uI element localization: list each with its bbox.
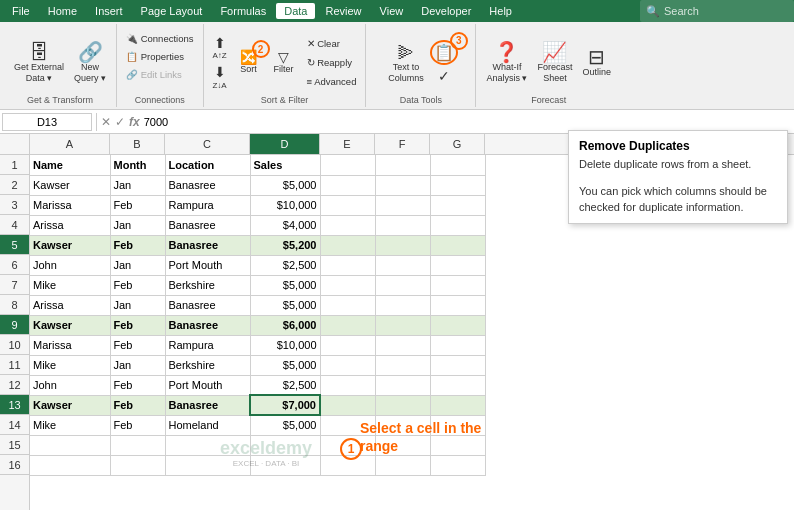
- row-header-12[interactable]: 12: [0, 375, 29, 395]
- cell-r5c5[interactable]: [320, 235, 375, 255]
- cell-r6c2[interactable]: Jan: [110, 255, 165, 275]
- row-header-4[interactable]: 4: [0, 215, 29, 235]
- cell-r11c3[interactable]: Berkshire: [165, 355, 250, 375]
- row-header-2[interactable]: 2: [0, 175, 29, 195]
- menu-insert[interactable]: Insert: [87, 3, 131, 19]
- cell-r10c6[interactable]: [375, 335, 430, 355]
- cell-r12c3[interactable]: Port Mouth: [165, 375, 250, 395]
- menu-review[interactable]: Review: [317, 3, 369, 19]
- cancel-formula-icon[interactable]: ✕: [101, 115, 111, 129]
- cell-r8c4[interactable]: $5,000: [250, 295, 320, 315]
- cell-r2c6[interactable]: [375, 175, 430, 195]
- row-header-3[interactable]: 3: [0, 195, 29, 215]
- menu-page-layout[interactable]: Page Layout: [133, 3, 211, 19]
- cell-r11c1[interactable]: Mike: [30, 355, 110, 375]
- row-header-15[interactable]: 15: [0, 435, 29, 455]
- col-header-c[interactable]: C: [165, 134, 250, 154]
- menu-file[interactable]: File: [4, 3, 38, 19]
- col-header-a[interactable]: A: [30, 134, 110, 154]
- cell-r9c6[interactable]: [375, 315, 430, 335]
- what-if-button[interactable]: ❓ What-IfAnalysis ▾: [482, 40, 531, 86]
- cell-r5c7[interactable]: [430, 235, 485, 255]
- cell-r9c7[interactable]: [430, 315, 485, 335]
- row-header-14[interactable]: 14: [0, 415, 29, 435]
- cell-r16c2[interactable]: [110, 455, 165, 475]
- cell-r11c6[interactable]: [375, 355, 430, 375]
- cell-r9c1[interactable]: Kawser: [30, 315, 110, 335]
- cell-r1c5[interactable]: [320, 155, 375, 175]
- cell-r13c1[interactable]: Kawser: [30, 395, 110, 415]
- cell-r7c7[interactable]: [430, 275, 485, 295]
- cell-r12c4[interactable]: $2,500: [250, 375, 320, 395]
- reapply-button[interactable]: ↻ Reapply: [304, 54, 360, 71]
- search-box[interactable]: 🔍: [640, 0, 794, 22]
- cell-r13c3[interactable]: Banasree: [165, 395, 250, 415]
- cell-r5c3[interactable]: Banasree: [165, 235, 250, 255]
- row-header-11[interactable]: 11: [0, 355, 29, 375]
- cell-r4c2[interactable]: Jan: [110, 215, 165, 235]
- cell-r12c5[interactable]: [320, 375, 375, 395]
- cell-r2c1[interactable]: Kawser: [30, 175, 110, 195]
- search-input[interactable]: [664, 5, 788, 17]
- cell-r8c3[interactable]: Banasree: [165, 295, 250, 315]
- row-header-7[interactable]: 7: [0, 275, 29, 295]
- cell-r7c4[interactable]: $5,000: [250, 275, 320, 295]
- cell-r14c2[interactable]: Feb: [110, 415, 165, 435]
- cell-r8c1[interactable]: Arissa: [30, 295, 110, 315]
- cell-r6c6[interactable]: [375, 255, 430, 275]
- cell-r16c6[interactable]: [375, 455, 430, 475]
- cell-r7c6[interactable]: [375, 275, 430, 295]
- cell-r4c7[interactable]: [430, 215, 485, 235]
- data-validation-button[interactable]: ✓: [430, 67, 458, 86]
- cell-r12c1[interactable]: John: [30, 375, 110, 395]
- col-header-d[interactable]: D: [250, 134, 320, 154]
- cell-r10c7[interactable]: [430, 335, 485, 355]
- col-header-g[interactable]: G: [430, 134, 485, 154]
- menu-view[interactable]: View: [372, 3, 412, 19]
- cell-r2c7[interactable]: [430, 175, 485, 195]
- cell-r3c2[interactable]: Feb: [110, 195, 165, 215]
- cell-r11c5[interactable]: [320, 355, 375, 375]
- edit-links-button[interactable]: 🔗 Edit Links: [123, 66, 196, 83]
- cell-r8c6[interactable]: [375, 295, 430, 315]
- sort-az-button[interactable]: ⬆ A↑Z: [210, 34, 230, 62]
- sort-za-button[interactable]: ⬇ Z↓A: [210, 63, 230, 91]
- row-header-1[interactable]: 1: [0, 155, 29, 175]
- cell-r1c1[interactable]: Name: [30, 155, 110, 175]
- cell-r8c5[interactable]: [320, 295, 375, 315]
- cell-r6c5[interactable]: [320, 255, 375, 275]
- cell-r1c3[interactable]: Location: [165, 155, 250, 175]
- cell-r8c7[interactable]: [430, 295, 485, 315]
- connections-button[interactable]: 🔌 Connections: [123, 30, 196, 47]
- cell-r7c2[interactable]: Feb: [110, 275, 165, 295]
- cell-r12c7[interactable]: [430, 375, 485, 395]
- menu-formulas[interactable]: Formulas: [212, 3, 274, 19]
- cell-r16c7[interactable]: [430, 455, 485, 475]
- row-header-10[interactable]: 10: [0, 335, 29, 355]
- row-header-9[interactable]: 9: [0, 315, 29, 335]
- row-header-6[interactable]: 6: [0, 255, 29, 275]
- row-header-13[interactable]: 13: [0, 395, 29, 415]
- cell-r7c1[interactable]: Mike: [30, 275, 110, 295]
- cell-r11c7[interactable]: [430, 355, 485, 375]
- properties-button[interactable]: 📋 Properties: [123, 48, 196, 65]
- get-external-data-button[interactable]: 🗄 Get ExternalData ▾: [10, 40, 68, 86]
- row-header-16[interactable]: 16: [0, 455, 29, 475]
- cell-r3c5[interactable]: [320, 195, 375, 215]
- cell-r14c1[interactable]: Mike: [30, 415, 110, 435]
- new-query-button[interactable]: 🔗 NewQuery ▾: [70, 40, 110, 86]
- advanced-button[interactable]: ≡ Advanced: [304, 73, 360, 90]
- filter-button[interactable]: ▽ Filter: [266, 48, 302, 77]
- cell-r4c3[interactable]: Banasree: [165, 215, 250, 235]
- outline-button[interactable]: ⊟ Outline: [578, 45, 615, 80]
- cell-r3c6[interactable]: [375, 195, 430, 215]
- cell-r16c1[interactable]: [30, 455, 110, 475]
- cell-r10c1[interactable]: Marissa: [30, 335, 110, 355]
- cell-r9c5[interactable]: [320, 315, 375, 335]
- col-header-e[interactable]: E: [320, 134, 375, 154]
- cell-r3c7[interactable]: [430, 195, 485, 215]
- text-to-columns-button[interactable]: ⫸ Text toColumns: [384, 40, 428, 86]
- row-header-8[interactable]: 8: [0, 295, 29, 315]
- cell-r2c5[interactable]: [320, 175, 375, 195]
- cell-r8c2[interactable]: Jan: [110, 295, 165, 315]
